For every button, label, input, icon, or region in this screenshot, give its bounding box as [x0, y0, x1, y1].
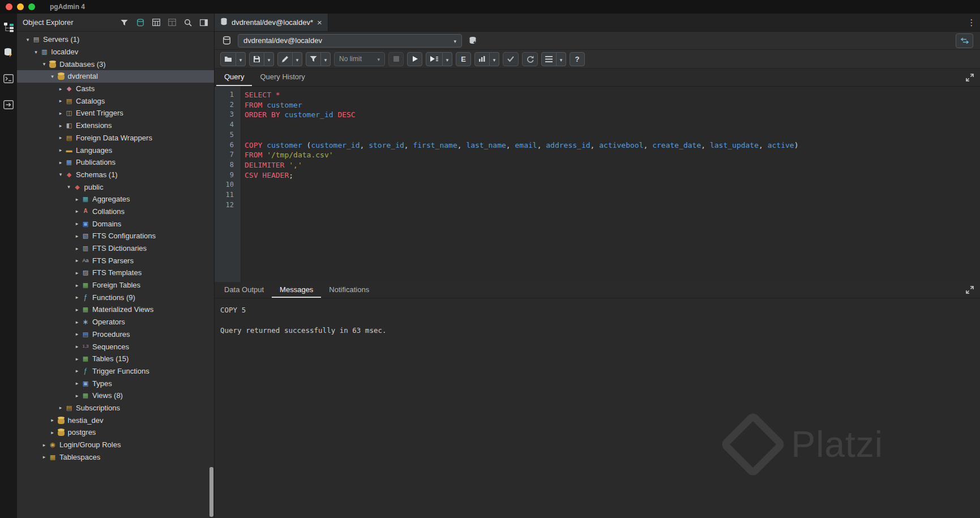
- collapse-arrow-icon[interactable]: ▾: [32, 49, 40, 55]
- expand-arrow-icon[interactable]: ▸: [73, 393, 81, 399]
- save-button[interactable]: [249, 52, 264, 66]
- expand-arrow-icon[interactable]: ▸: [57, 98, 65, 104]
- collapse-arrow-icon[interactable]: ▾: [40, 61, 48, 67]
- edit-button[interactable]: [277, 52, 293, 66]
- tree-item-operators[interactable]: ▸Operators: [17, 316, 214, 328]
- connections-icon[interactable]: [133, 16, 147, 29]
- expand-arrow-icon[interactable]: ▸: [57, 147, 65, 153]
- explain-button[interactable]: E: [456, 52, 471, 66]
- macros-button[interactable]: [541, 52, 557, 66]
- expand-arrow-icon[interactable]: ▸: [73, 294, 81, 300]
- tree-item-localdev[interactable]: ▾localdev: [17, 46, 214, 58]
- expand-arrow-icon[interactable]: ▸: [49, 417, 57, 423]
- help-button[interactable]: ?: [570, 52, 585, 66]
- tree-item-publications[interactable]: ▸Publications: [17, 156, 214, 169]
- tree-item-casts[interactable]: ▸Casts: [17, 83, 214, 95]
- tree-item-databases-3[interactable]: ▾Databases (3): [17, 58, 214, 70]
- expand-arrow-icon[interactable]: ▸: [73, 270, 81, 276]
- tree-item-fts-configurations[interactable]: ▸FTS Configurations: [17, 230, 214, 242]
- tree-item-postgres[interactable]: ▸postgres: [17, 426, 214, 439]
- expand-editor-button[interactable]: [960, 69, 980, 86]
- tree-item-aggregates[interactable]: ▸Aggregates: [17, 193, 214, 206]
- search-icon[interactable]: [181, 16, 195, 29]
- expand-arrow-icon[interactable]: ▸: [73, 331, 81, 337]
- tree-item-schemas-1[interactable]: ▾Schemas (1): [17, 169, 214, 181]
- tree-item-materialized-views[interactable]: ▸Materialized Views: [17, 303, 214, 316]
- expand-arrow-icon[interactable]: ▸: [73, 380, 81, 386]
- execute-button[interactable]: [407, 52, 422, 66]
- expand-arrow-icon[interactable]: ▸: [40, 454, 48, 460]
- explain-analyze-menu-button[interactable]: [490, 52, 499, 66]
- tree-item-tablespaces[interactable]: ▸Tablespaces: [17, 451, 214, 463]
- tree-item-trigger-functions[interactable]: ▸Trigger Functions: [17, 365, 214, 378]
- tree-item-public[interactable]: ▾public: [17, 181, 214, 193]
- execute-options-button[interactable]: [426, 52, 443, 66]
- expand-arrow-icon[interactable]: ▸: [73, 208, 81, 214]
- editor-tab[interactable]: dvdrental/dev@localdev*: [215, 14, 328, 31]
- tree-item-views-8[interactable]: ▸Views (8): [17, 389, 214, 402]
- close-tab-icon[interactable]: [317, 18, 322, 27]
- tree-item-functions-9[interactable]: ▸Functions (9): [17, 291, 214, 303]
- connection-select[interactable]: dvdrental/dev@localdev: [238, 34, 462, 48]
- window-zoom-button[interactable]: [28, 3, 35, 10]
- tree-item-extensions[interactable]: ▸Extensions: [17, 119, 214, 132]
- filter-icon[interactable]: [117, 16, 131, 29]
- editor-code[interactable]: SELECT *FROM customerORDER BY customer_i…: [241, 87, 980, 282]
- tree-item-fts-templates[interactable]: ▸FTS Templates: [17, 267, 214, 279]
- expand-arrow-icon[interactable]: ▸: [40, 442, 48, 448]
- open-file-button[interactable]: [220, 52, 236, 66]
- expand-arrow-icon[interactable]: ▸: [57, 405, 65, 410]
- tree-item-domains[interactable]: ▸Domains: [17, 217, 214, 230]
- tree-item-fts-parsers[interactable]: ▸FTS Parsers: [17, 254, 214, 267]
- collapse-arrow-icon[interactable]: ▾: [49, 74, 57, 79]
- open-file-menu-button[interactable]: [236, 52, 246, 66]
- connection-status-button[interactable]: [219, 34, 234, 48]
- tree-item-hestia-dev[interactable]: ▸hestia_dev: [17, 414, 214, 426]
- rollback-button[interactable]: [522, 52, 538, 66]
- new-connection-button[interactable]: [465, 34, 481, 48]
- expand-arrow-icon[interactable]: ▸: [57, 123, 65, 129]
- psql-tool-icon[interactable]: [2, 72, 15, 85]
- expand-arrow-icon[interactable]: ▸: [73, 258, 81, 263]
- object-explorer-icon[interactable]: [2, 20, 15, 33]
- system-processes-icon[interactable]: [2, 99, 15, 111]
- tab-messages[interactable]: Messages: [272, 282, 321, 298]
- tree-item-collations[interactable]: ▸Collations: [17, 206, 214, 218]
- columns-icon[interactable]: [165, 16, 179, 29]
- expand-arrow-icon[interactable]: ▸: [73, 233, 81, 239]
- expand-arrow-icon[interactable]: ▸: [73, 344, 81, 349]
- commit-button[interactable]: [503, 52, 519, 66]
- tree-item-foreign-tables[interactable]: ▸Foreign Tables: [17, 279, 214, 292]
- tree-item-login-group-roles[interactable]: ▸Login/Group Roles: [17, 439, 214, 451]
- sidebar-scrollbar-thumb[interactable]: [209, 467, 213, 517]
- tree-item-servers-1[interactable]: ▾Servers (1): [17, 33, 214, 46]
- expand-arrow-icon[interactable]: ▸: [49, 430, 57, 435]
- dock-icon[interactable]: [196, 16, 211, 29]
- query-tool-icon[interactable]: [2, 46, 15, 59]
- tree-item-catalogs[interactable]: ▸Catalogs: [17, 95, 214, 107]
- expand-arrow-icon[interactable]: ▸: [57, 160, 65, 165]
- collapse-arrow-icon[interactable]: ▾: [24, 37, 32, 42]
- tree-item-types[interactable]: ▸Types: [17, 377, 214, 389]
- collapse-arrow-icon[interactable]: ▾: [57, 172, 65, 177]
- execute-options-menu-button[interactable]: [443, 52, 452, 66]
- tree-item-sequences[interactable]: ▸Sequences: [17, 340, 214, 353]
- expand-arrow-icon[interactable]: ▸: [73, 196, 81, 202]
- tab-data-output[interactable]: Data Output: [216, 282, 272, 298]
- expand-arrow-icon[interactable]: ▸: [73, 246, 81, 251]
- collapse-arrow-icon[interactable]: ▾: [65, 184, 73, 190]
- limit-select[interactable]: No limit: [334, 52, 385, 66]
- tree-item-foreign-data-wrappers[interactable]: ▸Foreign Data Wrappers: [17, 132, 214, 144]
- expand-arrow-icon[interactable]: ▸: [73, 282, 81, 288]
- explain-analyze-button[interactable]: [474, 52, 490, 66]
- window-minimize-button[interactable]: [17, 3, 24, 10]
- tree-item-tables-15[interactable]: ▸Tables (15): [17, 353, 214, 365]
- toggle-layout-button[interactable]: [956, 33, 973, 48]
- expand-output-button[interactable]: [960, 282, 980, 298]
- tab-query[interactable]: Query: [216, 69, 252, 86]
- expand-arrow-icon[interactable]: ▸: [57, 135, 65, 140]
- tree-item-procedures[interactable]: ▸Procedures: [17, 328, 214, 341]
- object-explorer-tree[interactable]: ▾Servers (1)▾localdev▾Databases (3)▾dvdr…: [17, 32, 214, 518]
- tree-item-languages[interactable]: ▸Languages: [17, 144, 214, 156]
- panel-menu-button[interactable]: [963, 14, 980, 31]
